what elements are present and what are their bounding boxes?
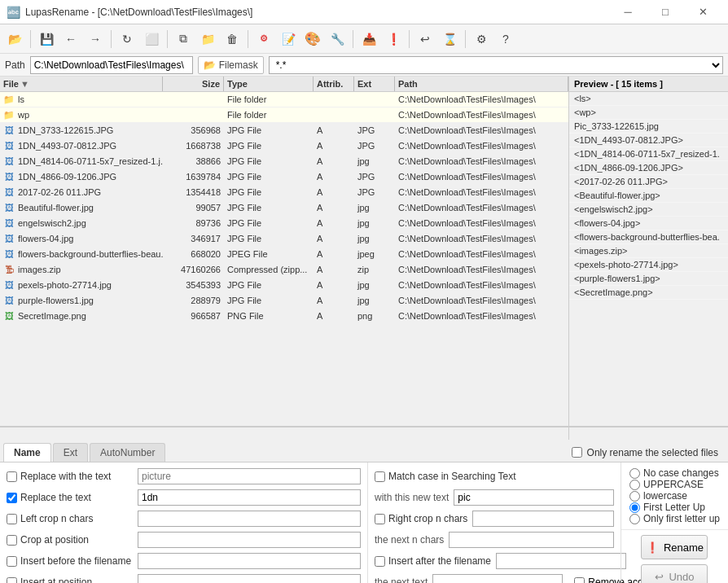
cell-filename: 🖼 engelswisch2.jpg [0, 216, 163, 230]
filemask-button[interactable]: 📂 Filemask [198, 56, 264, 74]
file-icon: 🖼 [3, 186, 15, 198]
color-button[interactable]: 🎨 [301, 28, 324, 50]
radio-first-letter-up-input[interactable] [629, 502, 640, 513]
col-header-type[interactable]: Type [224, 77, 314, 91]
insert-before-input[interactable] [138, 553, 361, 569]
table-row[interactable]: 🖼 purple-flowers1.jpg 288979 JPG File A … [0, 293, 568, 309]
help-button[interactable]: ? [494, 28, 517, 50]
copy-button[interactable]: ⧉ [172, 28, 195, 50]
table-row[interactable]: 🖼 1DN_4814-06-0711-5x7_resized-1.j... 38… [0, 154, 568, 169]
tab-autonumber[interactable]: AutoNumber [90, 443, 165, 462]
with-new-text-input[interactable] [454, 489, 614, 506]
table-row[interactable]: 🖼 engelswisch2.jpg 89736 JPG File A jpg … [0, 216, 568, 231]
next-text-input[interactable] [432, 574, 563, 583]
replace-text-input[interactable] [138, 489, 361, 506]
radio-no-case-input[interactable] [629, 468, 640, 479]
left-crop-input[interactable] [138, 511, 361, 527]
match-case-checkbox[interactable] [375, 471, 385, 482]
table-row[interactable]: 📁 wp File folder C:\NetDownload\TestFile… [0, 107, 568, 123]
import-button[interactable]: 📥 [357, 28, 380, 50]
insert-at-position-input[interactable] [138, 574, 361, 583]
preset-button[interactable]: ⚙ [252, 28, 275, 50]
crop-position-checkbox[interactable] [7, 535, 17, 546]
stop-button[interactable]: ⬜ [140, 28, 163, 50]
hscroll-right[interactable] [569, 427, 728, 440]
table-row[interactable]: 🖼 1DN_4866-09-1206.JPG 1639784 JPG File … [0, 169, 568, 185]
undo-button[interactable]: ↩ Undo [641, 564, 708, 583]
list-item: <engelswisch2.jpg> [569, 203, 728, 217]
wrench-button[interactable]: 🔧 [326, 28, 349, 50]
forward-button[interactable]: → [84, 28, 107, 50]
cell-ext: jpg [354, 201, 395, 214]
save-button[interactable]: 💾 [35, 28, 58, 50]
cell-path: C:\NetDownload\TestFiles\Images\ [395, 263, 568, 276]
insert-before-checkbox[interactable] [7, 556, 17, 567]
col-header-ext[interactable]: Ext [354, 77, 395, 91]
path-input[interactable] [30, 56, 193, 74]
delete-button[interactable]: 🗑 [221, 28, 243, 50]
hscroll-area[interactable] [0, 427, 728, 440]
only-rename-checkbox[interactable] [572, 447, 582, 458]
table-row[interactable]: 🖼 flowers-background-butterflies-beau...… [0, 247, 568, 262]
undo-tb-button[interactable]: ↩ [414, 28, 436, 50]
back-button[interactable]: ← [59, 28, 82, 50]
col-header-size[interactable]: Size [163, 77, 224, 91]
radio-uppercase-input[interactable] [629, 480, 640, 490]
file-icon: 🖼 [3, 295, 15, 306]
table-row[interactable]: 🖼 pexels-photo-27714.jpg 3545393 JPG Fil… [0, 278, 568, 293]
close-button[interactable]: ✕ [684, 0, 721, 24]
col-header-attrib[interactable]: Attrib. [314, 77, 354, 91]
cell-filename: 📁 ls [0, 92, 163, 107]
minimize-button[interactable]: ─ [609, 0, 647, 24]
cell-filename: 📁 wp [0, 107, 163, 122]
replace-text-checkbox[interactable] [7, 493, 17, 503]
table-row[interactable]: 🖼 flowers-04.jpg 346917 JPG File A jpg C… [0, 231, 568, 247]
crop-position-input[interactable] [138, 532, 361, 548]
next-n-chars-input[interactable] [449, 532, 614, 548]
insert-after-input[interactable] [496, 553, 626, 569]
preview-body: <ls><wp>Pic_3733-122615.jpg<1DN_4493-07-… [569, 92, 728, 426]
col-header-file[interactable]: File ▼ [0, 77, 163, 91]
list-item: <ls> [569, 92, 728, 106]
right-row-4: the next n chars [375, 531, 614, 549]
table-row[interactable]: 🖼 SecretImage.png 966587 PNG File A png … [0, 309, 568, 324]
option-row-6: Insert at position [7, 573, 361, 583]
table-row[interactable]: 🖼 1DN_3733-122615.JPG 356968 JPG File A … [0, 123, 568, 138]
insert-at-position-checkbox[interactable] [7, 577, 17, 584]
table-row[interactable]: 🖼 Beautiful-flower.jpg 99057 JPG File A … [0, 200, 568, 216]
refresh-button[interactable]: ↻ [116, 28, 138, 50]
cell-ext: zip [354, 263, 395, 276]
table-row[interactable]: 📁 ls File folder C:\NetDownload\TestFile… [0, 92, 568, 107]
history-button[interactable]: ⌛ [438, 28, 461, 50]
radio-only-first-input[interactable] [629, 514, 640, 524]
left-crop-checkbox[interactable] [7, 514, 17, 524]
rename-button[interactable]: ❗ Rename [641, 535, 708, 559]
hscroll-left[interactable] [0, 427, 569, 440]
cell-type: JPG File [224, 217, 314, 230]
script-button[interactable]: 📝 [277, 28, 300, 50]
open-folder-button[interactable]: 📂 [3, 28, 26, 50]
tab-name[interactable]: Name [3, 443, 51, 462]
radio-lowercase-input[interactable] [629, 491, 640, 502]
table-row[interactable]: 🗜 images.zip 47160266 Compressed (zipp..… [0, 262, 568, 278]
replace-with-text-input[interactable] [138, 468, 361, 484]
move-button[interactable]: 📁 [196, 28, 219, 50]
maximize-button[interactable]: □ [647, 0, 684, 24]
cell-size: 288979 [163, 294, 224, 307]
right-crop-input[interactable] [472, 511, 614, 527]
table-row[interactable]: 🖼 2017-02-26 011.JPG 1354418 JPG File A … [0, 185, 568, 200]
col-header-path[interactable]: Path [395, 77, 568, 91]
cell-path: C:\NetDownload\TestFiles\Images\ [395, 155, 568, 168]
list-item: <flowers-background-butterflies-bea. [569, 230, 728, 244]
error-button[interactable]: ❗ [382, 28, 405, 50]
options-button[interactable]: ⚙ [470, 28, 493, 50]
cell-size: 99057 [163, 201, 224, 214]
file-list-body[interactable]: 📁 ls File folder C:\NetDownload\TestFile… [0, 92, 568, 426]
replace-with-text-checkbox[interactable] [7, 471, 17, 482]
table-row[interactable]: 🖼 1DN_4493-07-0812.JPG 1668738 JPG File … [0, 138, 568, 154]
tab-ext[interactable]: Ext [53, 443, 88, 462]
right-crop-checkbox[interactable] [375, 514, 385, 524]
remove-accents-checkbox[interactable] [574, 577, 585, 584]
filemask-dropdown[interactable]: *.* [269, 56, 723, 74]
insert-after-checkbox[interactable] [375, 556, 385, 567]
